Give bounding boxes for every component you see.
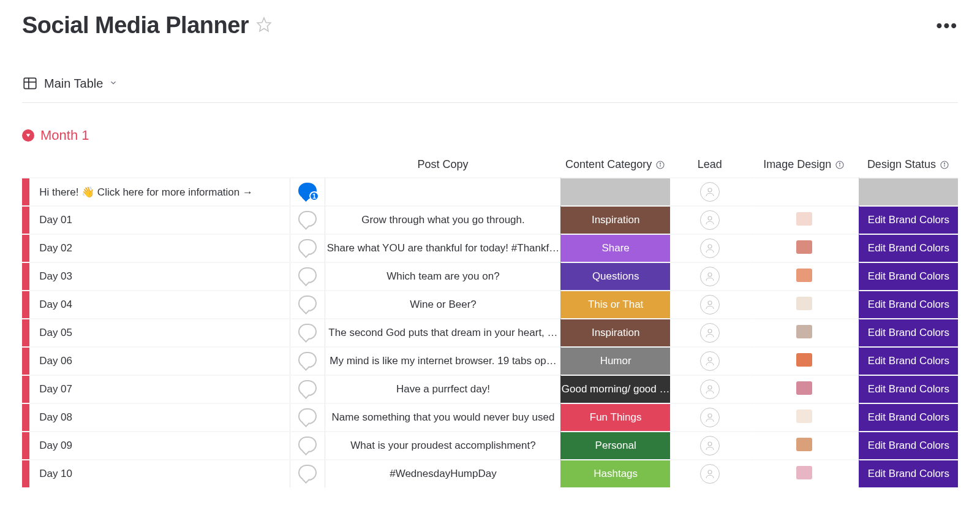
table-row[interactable]: Day 09What is your proudest accomplishme… [22,431,958,459]
item-name[interactable]: Day 09 [29,432,290,459]
design-status-cell[interactable]: Edit Brand Colors [859,431,958,459]
lead-cell[interactable] [670,403,750,431]
item-name[interactable]: Day 02 [29,235,290,262]
lead-cell[interactable] [670,346,750,375]
design-status-cell[interactable]: Edit Brand Colors [859,234,958,262]
chevron-down-icon[interactable] [109,78,118,89]
avatar-icon[interactable] [700,323,720,343]
design-status-cell[interactable] [859,177,958,205]
post-copy-cell[interactable]: Name something that you would never buy … [325,403,560,431]
design-status-cell[interactable]: Edit Brand Colors [859,318,958,346]
comment-bubble-icon[interactable] [290,318,325,346]
comment-bubble-icon[interactable] [290,375,325,403]
favorite-star-icon[interactable] [256,17,272,35]
item-name[interactable]: Hi there! 👋 Click here for more informat… [29,178,290,205]
lead-cell[interactable] [670,234,750,262]
content-category-cell[interactable]: Fun Things [560,403,669,431]
view-name[interactable]: Main Table [44,77,103,91]
post-copy-cell[interactable]: #WednesdayHumpDay [325,459,560,487]
table-row[interactable]: Day 05The second God puts that dream in … [22,318,958,346]
lead-cell[interactable] [670,262,750,290]
image-design-cell[interactable] [750,318,859,346]
post-copy-cell[interactable]: What is your proudest accomplishment? [325,431,560,459]
image-design-cell[interactable] [750,290,859,318]
post-copy-cell[interactable]: The second God puts that dream in your h… [325,318,560,346]
item-name[interactable]: Day 06 [29,348,290,375]
post-copy-cell[interactable]: Which team are you on? [325,262,560,290]
content-category-cell[interactable]: Good morning/ good … [560,375,669,403]
item-name[interactable]: Day 10 [29,460,290,487]
post-copy-cell[interactable] [325,177,560,205]
post-copy-cell[interactable]: Share what YOU are thankful for today! #… [325,234,560,262]
item-name[interactable]: Day 07 [29,376,290,403]
image-design-cell[interactable] [750,403,859,431]
comment-bubble-icon[interactable] [290,431,325,459]
image-thumbnail[interactable] [796,325,812,338]
col-post-copy[interactable]: Post Copy [325,152,560,177]
lead-cell[interactable] [670,205,750,234]
comment-bubble-icon[interactable] [290,346,325,375]
col-image-design[interactable]: Image Design [750,152,859,177]
design-status-cell[interactable]: Edit Brand Colors [859,290,958,318]
image-thumbnail[interactable] [796,240,812,254]
table-row[interactable]: Day 02Share what YOU are thankful for to… [22,234,958,262]
table-row[interactable]: Day 06My mind is like my internet browse… [22,346,958,375]
item-name[interactable]: Day 05 [29,319,290,346]
image-design-cell[interactable] [750,431,859,459]
content-category-cell[interactable]: This or That [560,290,669,318]
comment-bubble-icon[interactable] [290,459,325,487]
content-category-cell[interactable]: Inspiration [560,205,669,234]
item-name[interactable]: Day 01 [29,207,290,234]
image-design-cell[interactable] [750,262,859,290]
table-row[interactable]: Day 01Grow through what you go through.I… [22,205,958,234]
info-icon[interactable] [940,160,949,170]
image-thumbnail[interactable] [796,353,812,367]
lead-cell[interactable] [670,318,750,346]
image-design-cell[interactable] [750,346,859,375]
avatar-icon[interactable] [700,295,720,314]
lead-cell[interactable] [670,375,750,403]
item-name[interactable]: Day 04 [29,291,290,318]
lead-cell[interactable] [670,459,750,487]
comment-bubble-icon[interactable] [290,205,325,234]
content-category-cell[interactable]: Share [560,234,669,262]
post-copy-cell[interactable]: Have a purrfect day! [325,375,560,403]
comment-bubble-icon[interactable] [290,234,325,262]
comment-bubble-icon[interactable]: 1 [290,177,325,205]
image-design-cell[interactable] [750,234,859,262]
avatar-icon[interactable] [700,464,720,484]
table-row[interactable]: Day 07Have a purrfect day!Good morning/ … [22,375,958,403]
lead-cell[interactable] [670,290,750,318]
image-design-cell[interactable] [750,375,859,403]
post-copy-cell[interactable]: My mind is like my internet browser. 19 … [325,346,560,375]
image-thumbnail[interactable] [796,297,812,310]
lead-cell[interactable] [670,431,750,459]
avatar-icon[interactable] [700,436,720,456]
col-design-status[interactable]: Design Status [859,152,958,177]
design-status-cell[interactable]: Edit Brand Colors [859,459,958,487]
image-thumbnail[interactable] [796,410,812,423]
design-status-cell[interactable]: Edit Brand Colors [859,205,958,234]
avatar-icon[interactable] [700,379,720,399]
content-category-cell[interactable]: Inspiration [560,318,669,346]
avatar-icon[interactable] [700,267,720,286]
image-thumbnail[interactable] [796,466,812,479]
image-thumbnail[interactable] [796,438,812,451]
avatar-icon[interactable] [700,238,720,258]
lead-cell[interactable] [670,177,750,205]
comment-bubble-icon[interactable] [290,262,325,290]
collapse-group-icon[interactable] [22,129,34,142]
image-thumbnail[interactable] [796,269,812,282]
comment-bubble-icon[interactable] [290,290,325,318]
table-row[interactable]: Day 08Name something that you would neve… [22,403,958,431]
table-row[interactable]: Day 04Wine or Beer?This or ThatEdit Bran… [22,290,958,318]
post-copy-cell[interactable]: Grow through what you go through. [325,205,560,234]
content-category-cell[interactable]: Questions [560,262,669,290]
avatar-icon[interactable] [700,351,720,371]
col-content-category[interactable]: Content Category [560,152,669,177]
table-row[interactable]: Hi there! 👋 Click here for more informat… [22,177,958,205]
content-category-cell[interactable]: Hashtags [560,459,669,487]
post-copy-cell[interactable]: Wine or Beer? [325,290,560,318]
group-name[interactable]: Month 1 [40,128,89,143]
design-status-cell[interactable]: Edit Brand Colors [859,403,958,431]
